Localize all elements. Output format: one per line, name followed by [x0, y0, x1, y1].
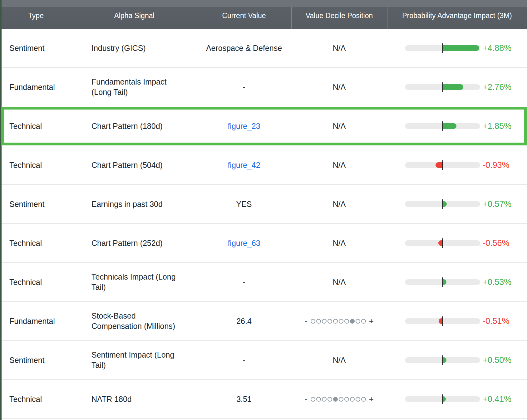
impact-bar-track	[405, 45, 480, 51]
decile-dot	[361, 397, 366, 402]
type-cell: Technical	[0, 224, 72, 262]
decile-dot	[339, 319, 343, 324]
table-row[interactable]: Sentiment Industry (GICS) Aerospace & De…	[0, 29, 527, 68]
decile-plus-button[interactable]: +	[369, 317, 374, 325]
table-row[interactable]: Technical Chart Pattern (504d) figure_42…	[0, 146, 527, 185]
impact-bar-zero-tick	[442, 82, 443, 92]
impact-bar-fill	[443, 201, 447, 207]
table-row[interactable]: Fundamental Fundamentals Impact (Long Ta…	[0, 68, 527, 107]
alpha-signal-label: NATR 180d	[91, 394, 132, 404]
impact-bar-zero-tick	[442, 316, 443, 326]
impact-bar-track	[405, 279, 480, 285]
table-row[interactable]: Fundamental Stock-Based Compensation (Mi…	[0, 302, 527, 341]
decile-dot	[333, 319, 338, 324]
decile-dot	[328, 397, 332, 402]
decile-cell: N/A	[291, 341, 387, 379]
type-label: Sentiment	[9, 356, 45, 365]
decile-stepper: -+	[305, 317, 374, 325]
alpha-signal-cell: Technicals Impact (Long Tail)	[72, 263, 197, 301]
impact-bar-zero-tick	[442, 277, 443, 287]
type-cell: Technical	[0, 380, 72, 418]
impact-value: +0.57%	[483, 199, 511, 209]
decile-dots	[311, 319, 366, 324]
type-cell: Fundamental	[0, 302, 72, 340]
type-cell: Sentiment	[0, 341, 72, 379]
table-body: Sentiment Industry (GICS) Aerospace & De…	[0, 29, 527, 420]
impact-bar-fill	[443, 396, 446, 402]
impact-cell: +0.50%	[387, 341, 527, 379]
column-header-value-decile-position: Value Decile Position	[291, 0, 387, 29]
impact-value: +0.53%	[483, 277, 511, 287]
impact-cell: +2.76%	[387, 68, 527, 106]
decile-cell: -+	[291, 302, 387, 340]
table-row[interactable]: Technical NATR 180d 3.51 -+ +0.41%	[0, 380, 527, 419]
alpha-signal-label: Chart Pattern (504d)	[91, 160, 163, 170]
current-value-link[interactable]: figure_42	[228, 161, 260, 170]
alpha-signal-label: Technicals Impact (Long Tail)	[91, 272, 176, 292]
current-value: -	[243, 356, 245, 365]
table-row[interactable]: Technical Chart Pattern (252d) figure_63…	[0, 224, 527, 263]
alpha-signal-cell: Sentiment Impact (Long Tail)	[72, 341, 197, 379]
table-row[interactable]: Technical Technicals Impact (Long Tail) …	[0, 263, 527, 302]
type-label: Technical	[9, 395, 42, 404]
impact-cell: -0.93%	[387, 146, 527, 184]
decile-dot	[322, 397, 327, 402]
alpha-signal-label: Fundamentals Impact (Long Tail)	[91, 77, 166, 97]
current-value-cell: figure_63	[197, 224, 291, 262]
type-label: Technical	[9, 161, 42, 170]
impact-bar-fill	[443, 45, 479, 51]
current-value-cell: -	[197, 68, 291, 106]
current-value: YES	[236, 200, 252, 209]
decile-dot	[311, 319, 315, 324]
alpha-signal-cell: Earnings in past 30d	[72, 185, 197, 223]
impact-value: +2.76%	[483, 82, 511, 92]
alpha-signal-label: Chart Pattern (180d)	[91, 121, 163, 131]
decile-cell: N/A	[291, 185, 387, 223]
alpha-signal-cell: Chart Pattern (252d)	[72, 224, 197, 262]
type-cell: Fundamental	[0, 68, 72, 106]
alpha-signal-label: Sentiment Impact (Long Tail)	[91, 350, 174, 370]
impact-cell: +1.85%	[387, 107, 527, 145]
decile-dot	[350, 397, 355, 402]
decile-plus-button[interactable]: +	[369, 395, 374, 403]
impact-value: +1.85%	[483, 121, 511, 131]
alpha-signal-label: Stock-Based Compensation (Millions)	[91, 311, 175, 331]
impact-cell: +0.41%	[387, 380, 527, 418]
current-value-cell: 3.51	[197, 380, 291, 418]
impact-bar-zero-tick	[442, 199, 443, 209]
decile-dot	[316, 397, 321, 402]
impact-bar-track	[405, 84, 480, 90]
current-value-link[interactable]: figure_63	[228, 239, 260, 248]
impact-value: +0.50%	[483, 355, 511, 365]
decile-cell: N/A	[291, 224, 387, 262]
decile-dot	[356, 397, 360, 402]
current-value-cell: -	[197, 341, 291, 379]
header-divider	[291, 7, 292, 29]
type-cell: Technical	[0, 263, 72, 301]
decile-stepper: -+	[305, 395, 374, 403]
decile-minus-button[interactable]: -	[305, 395, 308, 403]
decile-dot-filled	[333, 397, 338, 402]
decile-dots	[311, 397, 366, 402]
decile-cell: N/A	[291, 107, 387, 145]
decile-na-label: N/A	[333, 44, 346, 53]
decile-na-label: N/A	[333, 278, 346, 287]
table-row[interactable]: Sentiment Earnings in past 30d YES N/A +…	[0, 185, 527, 224]
impact-value: -0.93%	[483, 160, 510, 170]
table-row[interactable]: Sentiment Sentiment Impact (Long Tail) -…	[0, 341, 527, 380]
impact-bar-track	[405, 318, 480, 324]
current-value-link[interactable]: figure_23	[228, 122, 260, 131]
decile-na-label: N/A	[333, 239, 346, 248]
type-label: Technical	[9, 122, 42, 131]
decile-dot	[328, 319, 332, 324]
header-divider	[387, 7, 387, 29]
decile-dot	[356, 319, 360, 324]
table-row[interactable]: Technical Chart Pattern (180d) figure_23…	[0, 107, 527, 146]
left-edge-strip	[0, 0, 2, 420]
impact-cell: +0.53%	[387, 263, 527, 301]
impact-cell: +0.57%	[387, 185, 527, 223]
decile-na-label: N/A	[333, 83, 346, 92]
alpha-signal-cell: NATR 180d	[72, 380, 197, 418]
decile-minus-button[interactable]: -	[305, 317, 308, 325]
column-header-current-value: Current Value	[197, 0, 291, 29]
